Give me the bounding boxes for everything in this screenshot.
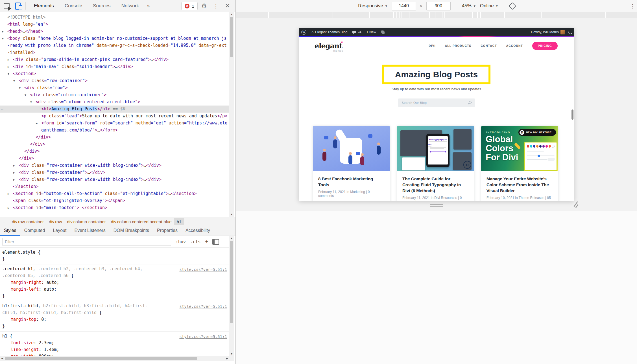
post-meta[interactable]: February 11, 2021 in Divi Resources | 0 … bbox=[402, 196, 469, 201]
tab-network[interactable]: Network bbox=[116, 0, 144, 12]
expand-arrow-icon[interactable]: ▶ bbox=[13, 176, 15, 183]
toggle-device-toolbar-icon[interactable] bbox=[13, 1, 23, 11]
dom-tree-node[interactable]: <span class="et-highlighted-overlay"></s… bbox=[0, 197, 229, 204]
elegant-themes-logo[interactable]: elegant * themes bbox=[315, 42, 342, 50]
dom-tree-node[interactable]: <!DOCTYPE html> bbox=[0, 14, 229, 21]
user-avatar[interactable] bbox=[560, 30, 565, 34]
nav-divi[interactable]: DIVI bbox=[429, 44, 436, 47]
css-rule[interactable]: style.css?ver=5.51:1h1:first-child, h2:f… bbox=[0, 301, 229, 332]
viewport-corner-resize-handle[interactable] bbox=[573, 202, 580, 209]
dom-tree-node[interactable]: </section> bbox=[0, 183, 229, 190]
scroll-thumb[interactable] bbox=[230, 241, 233, 323]
howdy-greeting[interactable]: Howdy, Will Morris bbox=[531, 30, 559, 34]
expand-arrow-icon[interactable]: ▶ bbox=[13, 162, 15, 169]
dom-tree-node[interactable]: ▼<div class="column-container"> bbox=[0, 91, 229, 98]
viewport-height-resize-handle[interactable] bbox=[430, 204, 443, 207]
expand-arrow-icon[interactable]: ▶ bbox=[36, 120, 38, 127]
network-throttle-dropdown[interactable]: Online▼ bbox=[480, 3, 498, 9]
post-title[interactable]: The Complete Guide for Creating Fluid Ty… bbox=[402, 176, 469, 194]
breadcrumb-item[interactable]: div.row-container bbox=[9, 218, 46, 225]
dom-tree-node[interactable]: ▼<div class="row"> bbox=[0, 84, 229, 91]
scroll-thumb[interactable] bbox=[230, 17, 233, 57]
styles-tab-accessibility[interactable]: Accessibility bbox=[182, 226, 214, 236]
css-property[interactable]: font-size: 2.3em; bbox=[2, 339, 228, 346]
admin-bar-customize[interactable] bbox=[379, 28, 387, 36]
expand-arrow-icon[interactable]: ▶ bbox=[8, 63, 9, 70]
styles-tab-event-listeners[interactable]: Event Listeners bbox=[70, 226, 109, 236]
styles-tab-styles[interactable]: Styles bbox=[0, 226, 20, 236]
new-style-rule-button[interactable]: + bbox=[205, 238, 208, 245]
viewport-height-input[interactable] bbox=[426, 2, 451, 10]
css-property[interactable]: margin-left: auto; bbox=[2, 286, 228, 293]
breadcrumb-item[interactable]: … bbox=[184, 218, 193, 225]
styles-filter-input[interactable] bbox=[2, 238, 171, 246]
breadcrumb-item[interactable]: div.column-container bbox=[65, 218, 108, 225]
admin-search-icon[interactable] bbox=[568, 31, 571, 34]
dom-tree-scrollbar[interactable]: ▲ ▼ bbox=[229, 12, 234, 217]
devtools-close-icon[interactable]: ✕ bbox=[222, 2, 233, 10]
scroll-up-arrow[interactable]: ▲ bbox=[229, 12, 234, 17]
more-tabs-chevron[interactable]: » bbox=[144, 3, 152, 9]
styles-scrollbar[interactable]: ▲ ▼ bbox=[229, 236, 234, 356]
scroll-thumb[interactable] bbox=[5, 357, 197, 360]
device-toolbar-kebab-icon[interactable]: ⋮ bbox=[630, 0, 635, 12]
dom-tree-node[interactable]: ▶<div class="row-container wide-width bl… bbox=[0, 176, 229, 183]
dom-tree-node[interactable]: ▶<section id="main-footer"> </section> bbox=[0, 204, 229, 211]
dom-tree-node[interactable]: ▶<div class="promo-slide-in accent-pink … bbox=[0, 56, 229, 63]
css-property[interactable]: margin-right: auto; bbox=[2, 279, 228, 286]
styles-tab-properties[interactable]: Properties bbox=[153, 226, 182, 236]
pricing-button[interactable]: PRICING bbox=[532, 42, 558, 50]
nav-all-products[interactable]: ALL PRODUCTS bbox=[445, 44, 472, 47]
css-property[interactable]: line-height: 1.4em; bbox=[2, 346, 228, 353]
dom-tree-node[interactable]: </div> bbox=[0, 141, 229, 148]
dock-sidebar-icon[interactable] bbox=[212, 239, 219, 245]
scroll-right-arrow[interactable]: ▶ bbox=[225, 356, 229, 361]
dom-tree-node[interactable]: ▶<div class="row-container wide-width bl… bbox=[0, 162, 229, 169]
breadcrumb-item[interactable]: … bbox=[0, 218, 9, 225]
expand-arrow-icon[interactable]: ▶ bbox=[8, 204, 9, 211]
inspect-element-icon[interactable] bbox=[2, 1, 11, 11]
collapse-arrow-icon[interactable]: ▼ bbox=[19, 84, 21, 91]
stylesheet-link[interactable]: style.css?ver=5.51:1 bbox=[179, 303, 227, 310]
rotate-viewport-icon[interactable] bbox=[509, 2, 516, 10]
search-icon[interactable] bbox=[469, 101, 472, 104]
scroll-up-arrow[interactable]: ▲ bbox=[229, 236, 234, 240]
scroll-left-arrow[interactable]: ◀ bbox=[0, 356, 5, 361]
tab-console[interactable]: Console bbox=[59, 0, 88, 12]
page-scrollbar-thumb[interactable] bbox=[571, 109, 573, 120]
css-rule[interactable]: style.css?ver=5.51:1h1 {font-size: 2.3em… bbox=[0, 332, 229, 356]
breadcrumb-item[interactable]: h1 bbox=[174, 218, 184, 225]
dom-tree-node[interactable]: ▶<head>…</head> bbox=[0, 28, 229, 35]
dom-tree-node[interactable]: </div> bbox=[0, 148, 229, 155]
dom-tree-node[interactable]: </div> bbox=[0, 155, 229, 162]
css-property[interactable]: max-width: 800px; bbox=[2, 353, 228, 356]
collapse-arrow-icon[interactable]: ▼ bbox=[25, 91, 26, 98]
styles-tab-computed[interactable]: Computed bbox=[20, 226, 49, 236]
breadcrumb-item[interactable]: div.row bbox=[46, 218, 64, 225]
styles-tab-layout[interactable]: Layout bbox=[49, 226, 70, 236]
expand-arrow-icon[interactable]: ▶ bbox=[8, 190, 9, 197]
breadcrumb-item[interactable]: div.column.centered.accent-blue bbox=[108, 218, 174, 225]
dom-tree-node[interactable]: ▶<div class="row-container">…</div> bbox=[0, 169, 229, 176]
dom-tree-node[interactable]: ▶<section id="bottom-call-to-action" cla… bbox=[0, 190, 229, 197]
dom-tree-node[interactable]: ▼<div class="row-container"> bbox=[0, 77, 229, 84]
device-type-dropdown[interactable]: Responsive▼ bbox=[358, 3, 388, 9]
styles-horizontal-scrollbar[interactable]: ◀ ▶ bbox=[0, 356, 229, 361]
css-property[interactable]: margin-top: 0; bbox=[2, 316, 228, 323]
expand-arrow-icon[interactable]: ▶ bbox=[13, 169, 15, 176]
devtools-menu-kebab-icon[interactable]: ⋮ bbox=[211, 3, 221, 9]
dom-tree-node[interactable]: ▶<div id="main-nav" class="solid-header"… bbox=[0, 63, 229, 70]
styles-tab-dom-breakpoints[interactable]: DOM Breakpoints bbox=[110, 226, 153, 236]
css-rule[interactable]: element.style {} bbox=[0, 248, 229, 264]
tab-elements[interactable]: Elements bbox=[29, 0, 59, 12]
post-title[interactable]: 8 Best Facebook Marketing Tools bbox=[318, 176, 385, 188]
collapse-arrow-icon[interactable]: ▼ bbox=[2, 35, 4, 42]
dom-tree-node[interactable]: </div> bbox=[0, 134, 229, 141]
admin-bar-comments[interactable]: 24 bbox=[350, 28, 364, 36]
collapse-arrow-icon[interactable]: ▼ bbox=[8, 70, 9, 77]
settings-gear-icon[interactable]: ⚙ bbox=[199, 2, 210, 10]
admin-bar-site-link[interactable]: ⌂Elegant Themes Blog bbox=[309, 28, 350, 36]
media-query-ruler[interactable] bbox=[236, 12, 637, 18]
post-meta[interactable]: February 11, 2021 in Marketing | 0 comme… bbox=[318, 190, 385, 198]
collapse-arrow-icon[interactable]: ▼ bbox=[30, 98, 32, 106]
